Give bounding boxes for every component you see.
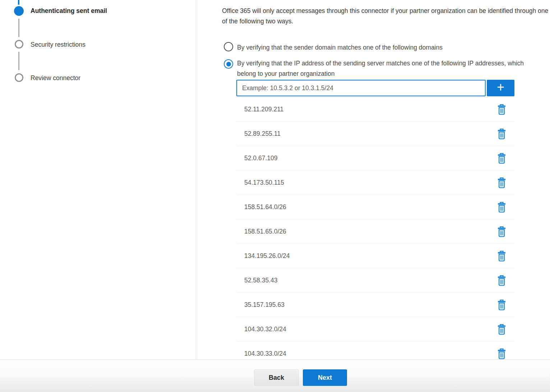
ip-address-value: 104.30.33.0/24	[244, 350, 496, 358]
ip-entry-row: +	[236, 80, 514, 96]
connector-wizard-screen: Authenticating sent email Security restr…	[0, 0, 550, 392]
ip-list-row: 158.51.65.0/26	[236, 220, 514, 244]
back-button[interactable]: Back	[254, 369, 299, 386]
trash-icon	[497, 226, 507, 237]
ip-address-value: 52.58.35.43	[244, 277, 496, 284]
step-indicator-review-connector	[15, 73, 23, 82]
wizard-content: Authenticating sent email Security restr…	[0, 0, 550, 359]
step-label-authenticating-sent-email: Authenticating sent email	[31, 7, 107, 15]
ip-address-value: 52.89.255.11	[244, 130, 496, 138]
trash-icon	[497, 202, 507, 213]
trash-icon	[497, 128, 507, 140]
step-indicator-authenticating-current	[14, 6, 24, 16]
option-ip-address-label: By verifying that the IP address of the …	[237, 58, 530, 79]
option-sender-domain[interactable]: By verifying that the sender domain matc…	[224, 42, 443, 53]
ip-address-value: 52.0.67.109	[244, 155, 496, 162]
delete-ip-button[interactable]	[496, 152, 507, 165]
next-button[interactable]: Next	[303, 369, 347, 386]
ip-list-row: 104.30.32.0/24	[236, 317, 514, 342]
ip-address-value: 35.157.195.63	[244, 301, 496, 309]
delete-ip-button[interactable]	[496, 201, 507, 214]
ip-list-row: 134.195.26.0/24	[236, 244, 514, 268]
ip-address-list: 52.11.209.211	[236, 97, 514, 359]
ip-address-value: 158.51.65.0/26	[244, 228, 496, 235]
ip-list-row: 52.58.35.43	[236, 268, 514, 293]
step-connector-line	[18, 19, 19, 37]
ip-address-input[interactable]	[236, 80, 486, 96]
panel-description: Office 365 will only accept messages thr…	[222, 6, 550, 26]
step-connector-line	[18, 52, 19, 70]
ip-list-row: 104.30.33.0/24	[236, 342, 514, 359]
delete-ip-button[interactable]	[496, 128, 507, 140]
ip-list-row: 158.51.64.0/26	[236, 195, 514, 220]
trash-icon	[497, 299, 507, 311]
ip-address-value: 104.30.32.0/24	[244, 326, 496, 333]
delete-ip-button[interactable]	[496, 250, 507, 263]
ip-address-value: 134.195.26.0/24	[244, 252, 496, 260]
ip-list-row: 54.173.50.115	[236, 171, 514, 195]
delete-ip-button[interactable]	[496, 103, 507, 116]
ip-address-value: 158.51.64.0/26	[244, 203, 496, 211]
ip-list-row: 52.89.255.11	[236, 122, 514, 146]
delete-ip-button[interactable]	[496, 323, 507, 336]
delete-ip-button[interactable]	[496, 299, 507, 312]
delete-ip-button[interactable]	[496, 225, 507, 238]
delete-ip-button[interactable]	[496, 176, 507, 189]
trash-icon	[497, 250, 507, 262]
wizard-steps-sidebar: Authenticating sent email Security restr…	[0, 0, 196, 359]
radio-unselected-icon[interactable]	[224, 42, 233, 51]
ip-address-value: 52.11.209.211	[244, 106, 496, 113]
ip-list-row: 35.157.195.63	[236, 293, 514, 317]
step-label-review-connector: Review connector	[31, 74, 80, 82]
trash-icon	[497, 275, 507, 286]
option-sender-domain-label: By verifying that the sender domain matc…	[237, 42, 443, 53]
radio-selected-icon[interactable]	[224, 59, 233, 69]
ip-list-row: 52.11.209.211	[236, 97, 514, 122]
trash-icon	[497, 177, 507, 189]
trash-icon	[497, 153, 507, 164]
delete-ip-button[interactable]	[496, 274, 507, 287]
trash-icon	[497, 348, 507, 360]
trash-icon	[497, 324, 507, 335]
authenticating-sent-email-panel: Office 365 will only accept messages thr…	[196, 0, 550, 359]
step-label-security-restrictions: Security restrictions	[31, 41, 85, 49]
step-connector-line-top	[18, 0, 19, 5]
delete-ip-button[interactable]	[496, 347, 507, 360]
add-ip-button[interactable]: +	[487, 80, 514, 96]
step-indicator-security-restrictions	[15, 40, 23, 49]
option-ip-address[interactable]: By verifying that the IP address of the …	[224, 59, 530, 79]
trash-icon	[497, 104, 507, 115]
plus-icon: +	[497, 81, 504, 94]
wizard-footer: Back Next	[0, 359, 550, 392]
ip-list-row: 52.0.67.109	[236, 146, 514, 171]
ip-address-value: 54.173.50.115	[244, 179, 496, 186]
